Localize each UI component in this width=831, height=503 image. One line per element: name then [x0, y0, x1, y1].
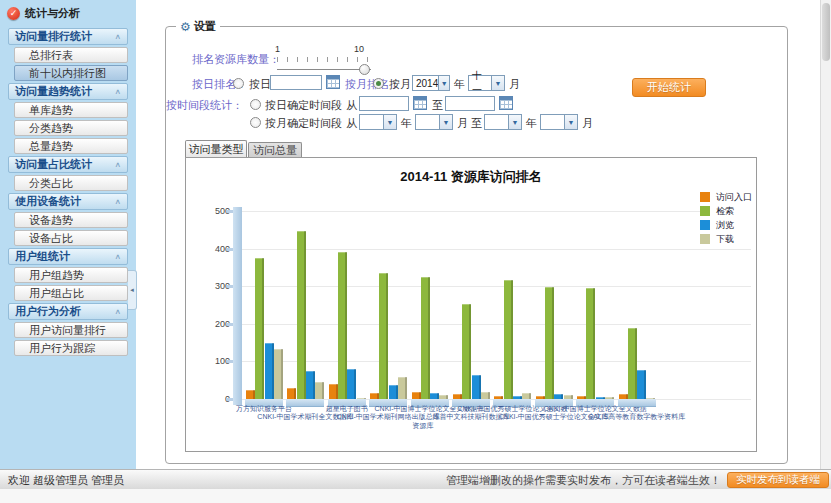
legend-item: 检索: [700, 204, 752, 218]
slider-label: 排名资源库数量：: [192, 52, 280, 67]
legend-label: 访问入口: [716, 191, 752, 204]
chevron-down-icon[interactable]: ▼: [438, 76, 449, 90]
chevron-up-icon: ∧: [114, 253, 121, 261]
y-tick-label: 300: [194, 281, 230, 291]
period-to-month-select[interactable]: ▼: [540, 114, 578, 130]
month-select-value: 十一: [469, 69, 491, 97]
bar-检索: [586, 288, 595, 399]
bar-下载: [564, 395, 573, 399]
legend-item: 浏览: [700, 218, 752, 232]
period-to-year-select[interactable]: ▼: [484, 114, 522, 130]
sidebar-group-0[interactable]: 访问量排行统计∧: [8, 28, 128, 45]
bar-检索: [297, 231, 306, 399]
y-tick-label: 200: [194, 319, 230, 329]
legend-swatch: [700, 234, 710, 244]
to-label: 至: [432, 98, 443, 113]
daily-date-input[interactable]: [270, 75, 322, 90]
legend-item: 访问入口: [700, 190, 752, 204]
publish-button[interactable]: 实时发布到读者端: [727, 472, 829, 488]
sidebar-item[interactable]: 设备趋势: [14, 212, 128, 228]
sidebar-item[interactable]: 前十以内排行图: [14, 65, 128, 81]
to-label: 至: [471, 116, 482, 131]
gear-icon: ⚙: [180, 20, 191, 34]
bar-下载: [522, 393, 531, 399]
bar-检索: [545, 287, 554, 399]
settings-legend: ⚙ 设置: [176, 19, 220, 34]
gridline: [242, 324, 751, 325]
bar-访问入口: [287, 388, 296, 399]
bar-group-platform: [618, 399, 656, 406]
chevron-down-icon[interactable]: ▼: [508, 115, 521, 129]
sidebar-item[interactable]: 用户组占比: [14, 285, 128, 301]
sidebar-item[interactable]: 设备占比: [14, 230, 128, 246]
chevron-down-icon[interactable]: ▼: [439, 115, 452, 129]
y-tick-label: 500: [194, 206, 230, 216]
sidebar-group-3[interactable]: 使用设备统计∧: [8, 193, 128, 210]
bar-访问入口: [412, 392, 421, 399]
month-unit-label: 月: [582, 116, 593, 131]
from-label: 从: [346, 116, 357, 131]
slider-handle[interactable]: [359, 64, 370, 75]
tab-visit-total[interactable]: 访问总量: [248, 142, 302, 157]
period-from-year-select[interactable]: ▼: [359, 114, 397, 130]
bar-浏览: [430, 393, 439, 399]
chevron-down-icon[interactable]: ▼: [564, 115, 577, 129]
sidebar-item[interactable]: 总量趋势: [14, 138, 128, 154]
year-select[interactable]: 2014 ▼: [412, 75, 450, 91]
sidebar-group-5[interactable]: 用户行为分析∧: [8, 303, 128, 320]
vertical-scrollbar[interactable]: [820, 0, 831, 469]
sidebar-group-1[interactable]: 访问量趋势统计∧: [8, 83, 128, 100]
sidebar-collapse-handle[interactable]: ◂: [128, 270, 137, 310]
sidebar-item[interactable]: 用户组趋势: [14, 267, 128, 283]
period-to-date-input[interactable]: [445, 96, 495, 111]
month-unit-label: 月: [509, 77, 520, 92]
sidebar-item[interactable]: 分类趋势: [14, 120, 128, 136]
calendar-icon[interactable]: [499, 96, 513, 110]
bottom-strip: [0, 489, 831, 503]
legend-label: 检索: [716, 205, 734, 218]
welcome-text: 欢迎 超级管理员 管理员: [8, 470, 124, 490]
sidebar-group-label: 访问量占比统计: [15, 157, 92, 172]
slider-track[interactable]: [277, 69, 371, 70]
bar-访问入口: [577, 396, 586, 399]
calendar-icon[interactable]: [413, 96, 427, 110]
sidebar-item[interactable]: 用户访问量排行: [14, 322, 128, 338]
app-window: ✓ 统计与分析 访问量排行统计∧总排行表前十以内排行图访问量趋势统计∧单库趋势分…: [0, 0, 831, 503]
gridline: [242, 249, 751, 250]
period-daily-radio[interactable]: [250, 99, 261, 110]
bar-检索: [255, 258, 264, 399]
period-from-date-input[interactable]: [359, 96, 409, 111]
bar-访问入口: [370, 393, 379, 399]
period-from-month-select[interactable]: ▼: [415, 114, 453, 130]
sidebar-item[interactable]: 总排行表: [14, 47, 128, 63]
sidebar-item[interactable]: 分类占比: [14, 175, 128, 191]
start-statistics-button[interactable]: 开始统计: [632, 78, 706, 97]
period-monthly-radio[interactable]: [250, 117, 261, 128]
monthly-radio-label: 按月: [389, 77, 411, 92]
tab-visit-type[interactable]: 访问量类型: [185, 140, 247, 157]
monthly-radio[interactable]: [373, 78, 384, 89]
bar-下载: [605, 397, 614, 399]
chevron-down-icon[interactable]: ▼: [491, 76, 504, 90]
calendar-icon[interactable]: [326, 75, 340, 89]
sidebar-group-label: 访问量排行统计: [15, 29, 92, 44]
scrollbar-thumb[interactable]: [822, 3, 830, 61]
sidebar-item[interactable]: 用户行为跟踪: [14, 340, 128, 356]
app-header: ✓ 统计与分析: [0, 0, 136, 26]
sidebar-group-label: 用户行为分析: [15, 304, 81, 319]
chart-legend: 访问入口检索浏览下载: [700, 190, 752, 246]
year-select-value: 2014: [413, 78, 438, 89]
sidebar-group-2[interactable]: 访问量占比统计∧: [8, 156, 128, 173]
bar-下载: [398, 377, 407, 399]
bar-下载: [439, 395, 448, 399]
daily-radio[interactable]: [233, 78, 244, 89]
x-axis-label: CALIS高等教育数字教学资料库: [572, 413, 702, 421]
sidebar-group-4[interactable]: 用户组统计∧: [8, 248, 128, 265]
month-select[interactable]: 十一 ▼: [468, 75, 505, 91]
chevron-down-icon[interactable]: ▼: [383, 115, 396, 129]
sidebar-item[interactable]: 单库趋势: [14, 102, 128, 118]
plot-area: 0100200300400500万方知识服务平台CNKI-中国学术期刊全文数据库…: [186, 158, 756, 451]
bar-访问入口: [494, 396, 503, 399]
bar-浏览: [554, 394, 563, 399]
y-tick-label: 400: [194, 244, 230, 254]
